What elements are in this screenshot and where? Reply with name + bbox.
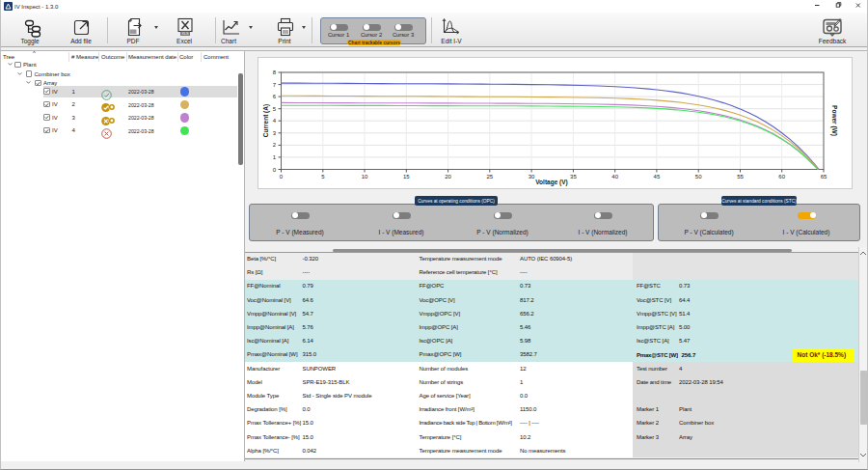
svg-text:3: 3: [273, 129, 277, 135]
svg-text:25: 25: [486, 174, 493, 180]
svg-text:1: 1: [273, 153, 277, 159]
svg-text:2: 2: [273, 142, 277, 148]
svg-text:0: 0: [280, 174, 284, 180]
svg-text:45: 45: [654, 174, 661, 180]
svg-text:8: 8: [273, 69, 277, 75]
svg-text:60: 60: [778, 174, 785, 180]
svg-text:10: 10: [362, 174, 368, 180]
svg-text:5: 5: [321, 174, 325, 180]
svg-text:0: 0: [273, 166, 277, 172]
svg-text:Power (W): Power (W): [830, 105, 838, 136]
svg-text:7: 7: [273, 81, 277, 87]
svg-text:Current (A): Current (A): [262, 103, 270, 136]
svg-text:20: 20: [445, 174, 451, 180]
svg-text:30: 30: [529, 174, 535, 180]
svg-text:5: 5: [273, 105, 277, 111]
svg-text:55: 55: [737, 174, 744, 180]
svg-text:65: 65: [821, 174, 827, 180]
svg-text:15: 15: [403, 174, 410, 180]
svg-text:4: 4: [273, 118, 277, 124]
svg-text:40: 40: [611, 174, 618, 180]
svg-text:50: 50: [695, 174, 702, 180]
svg-text:6: 6: [273, 94, 277, 99]
svg-text:35: 35: [570, 174, 577, 180]
svg-text:XLS: XLS: [181, 31, 189, 36]
svg-text:Voltage (V): Voltage (V): [535, 178, 567, 185]
